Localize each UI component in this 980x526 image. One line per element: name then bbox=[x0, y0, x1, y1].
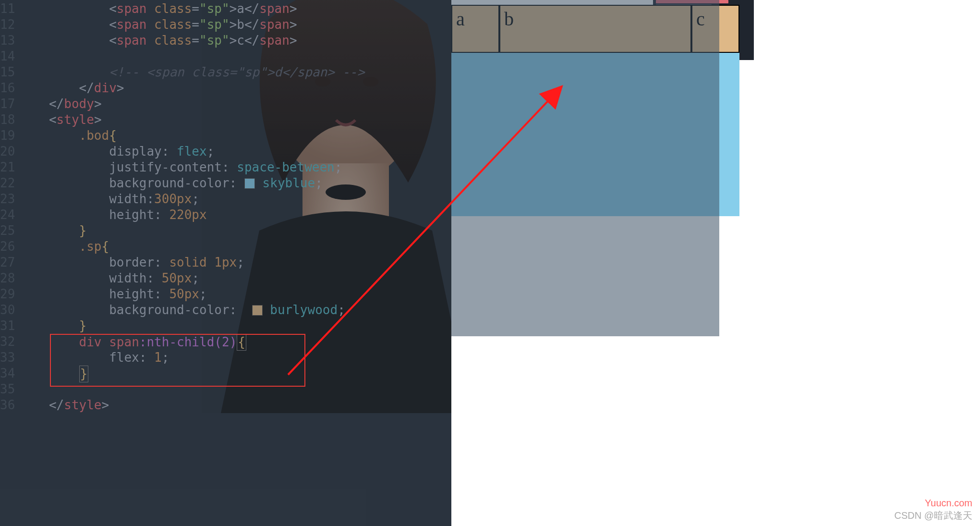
line-number-gutter: 1112131415161718192021222324252627282930… bbox=[0, 0, 19, 526]
code-editor[interactable]: 1112131415161718192021222324252627282930… bbox=[0, 0, 336, 526]
svg-point-4 bbox=[363, 77, 378, 86]
color-swatch-skyblue bbox=[244, 178, 255, 189]
flex-item-b: b bbox=[499, 5, 691, 53]
flex-item-a: a bbox=[451, 5, 499, 53]
browser-preview[interactable]: a b c bbox=[451, 0, 980, 526]
color-swatch-burlywood bbox=[252, 305, 263, 316]
code-area[interactable]: <span class="sp">a</span> <span class="s… bbox=[19, 0, 364, 526]
flex-item-c: c bbox=[691, 5, 739, 53]
watermark-csdn: CSDN @暗武逢天 bbox=[894, 509, 972, 522]
flex-preview-bod: a b c bbox=[451, 5, 739, 216]
watermark-yuucn: Yuucn.com bbox=[925, 498, 972, 509]
